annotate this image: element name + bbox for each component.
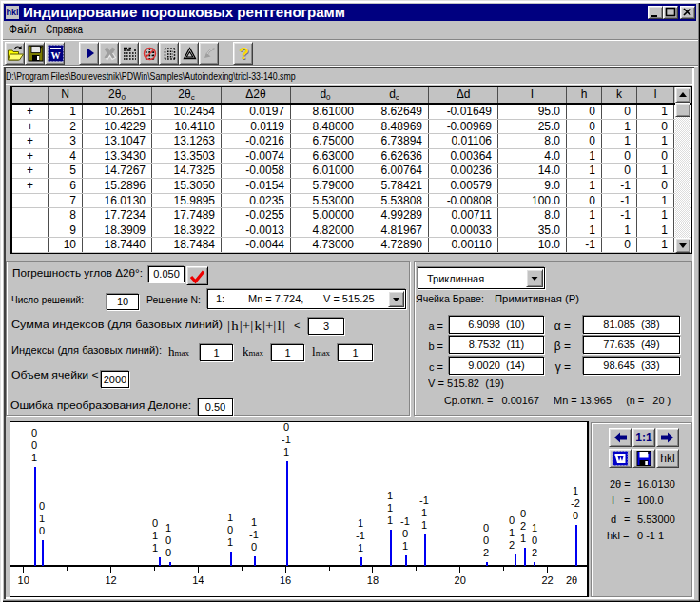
svg-text:?: ? — [239, 45, 248, 63]
svg-text:W: W — [51, 50, 61, 61]
